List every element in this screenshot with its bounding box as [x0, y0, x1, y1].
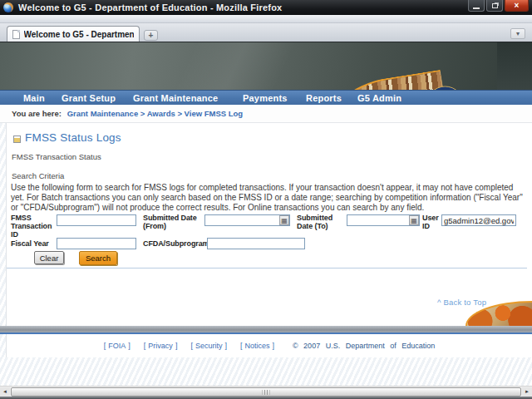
new-tab-button[interactable]: + [144, 30, 158, 41]
scrollbar-thumb[interactable] [11, 387, 521, 397]
nav-item-reports[interactable]: Reports [306, 91, 342, 106]
search-criteria-label: Search Criteria [12, 171, 64, 180]
fmss-transaction-id-label: FMSS Transaction ID [11, 214, 57, 239]
scroll-left-icon[interactable]: ◄ [0, 387, 10, 397]
section-bullet-icon [13, 135, 21, 143]
footer-link-group: [Privacy] [141, 342, 180, 350]
tab-label: Welcome to G5 - Departmen... [24, 30, 134, 39]
bracket: [ [190, 342, 193, 350]
page-title: FMSS Status Logs [25, 131, 121, 144]
submitted-date-from-label: Submitted Date (From) [143, 214, 204, 230]
nav-item-g5-admin[interactable]: G5 Admin [357, 91, 401, 106]
submitted-date-to-input[interactable] [347, 215, 409, 225]
banner-highlight [125, 42, 341, 90]
bracket: [ [240, 342, 243, 350]
submitted-date-from-field: ▦ [204, 214, 290, 226]
restore-icon [492, 3, 498, 8]
fmss-transaction-id-input[interactable] [57, 214, 136, 226]
submitted-date-from-input[interactable] [205, 215, 279, 225]
bracket: ] [224, 342, 227, 350]
form-divider [7, 268, 527, 268]
user-id-input[interactable] [441, 214, 516, 226]
scroll-right-icon[interactable]: ► [522, 387, 532, 397]
tab-bar: Welcome to G5 - Departmen... + ▾ [0, 23, 532, 42]
browser-window: Welcome to G5 - Department of Education … [0, 0, 532, 399]
page-icon [12, 30, 20, 39]
bracket: ] [175, 342, 178, 350]
footer-link-notices[interactable]: Notices [244, 342, 269, 350]
footer-link-foia[interactable]: FOIA [108, 342, 126, 350]
footer-link-group: [FOIA] [101, 342, 133, 350]
breadcrumb-path[interactable]: Grant Maintenance > Awards > View FMSS L… [67, 109, 244, 118]
footer-link-group: [Security] [188, 342, 229, 350]
minimize-button[interactable] [468, 0, 485, 12]
footer-link-privacy[interactable]: Privacy [148, 342, 173, 350]
close-button[interactable]: × [505, 0, 529, 12]
cfda-subprogram-input[interactable] [207, 238, 305, 249]
footer-blue-line [0, 332, 532, 334]
search-button[interactable]: Search [79, 251, 117, 265]
instructions-text: Use the following form to search for FMS… [11, 183, 527, 214]
bottom-edge-pattern [0, 357, 532, 386]
scrollbar-grip-icon [263, 390, 270, 395]
submitted-date-to-label: Submitted Date (To) [297, 214, 348, 230]
footer-link-security[interactable]: Security [195, 342, 223, 350]
window-controls: × [466, 0, 529, 12]
footer: [FOIA] [Privacy] [Security] [Notices] © … [0, 342, 532, 350]
bracket: ] [128, 342, 131, 350]
banner-dark-panel [497, 42, 532, 90]
breadcrumb: You are here: Grant Maintenance > Awards… [0, 105, 532, 123]
window-title: Welcome to G5 - Department of Education … [18, 2, 282, 12]
cfda-subprogram-label: CFDA/Subprogram [143, 239, 209, 248]
copyright-text: © 2007 U.S. Department of Education [293, 342, 435, 350]
back-to-top-link[interactable]: ^ Back to Top [437, 298, 486, 307]
firefox-icon [3, 2, 13, 12]
calendar-icon[interactable]: ▦ [279, 215, 289, 225]
bracket: ] [272, 342, 274, 350]
nav-item-grant-maintenance[interactable]: Grant Maintenance [133, 91, 218, 106]
calendar-icon[interactable]: ▦ [409, 215, 419, 225]
toolbar-strip [0, 15, 532, 23]
footer-gray-bar [0, 326, 532, 332]
bracket: [ [104, 342, 106, 350]
nav-item-main[interactable]: Main [23, 91, 45, 106]
breadcrumb-prefix: You are here: [12, 109, 62, 118]
fiscal-year-input[interactable] [57, 238, 136, 249]
tab-active[interactable]: Welcome to G5 - Departmen... [7, 26, 140, 42]
site-banner: 5 Empowering the grant community. [0, 42, 532, 90]
window-titlebar: Welcome to G5 - Department of Education … [0, 0, 532, 15]
minimize-icon [473, 7, 480, 9]
tab-list-button[interactable]: ▾ [510, 28, 525, 39]
restore-button[interactable] [486, 0, 503, 12]
clear-button[interactable]: Clear [34, 251, 64, 264]
footer-link-group: [Notices] [238, 342, 277, 350]
nav-item-payments[interactable]: Payments [243, 91, 288, 106]
main-nav: Main Grant Setup Grant Maintenance Payme… [0, 90, 532, 105]
horizontal-scrollbar[interactable]: ◄ ► [0, 386, 532, 397]
transaction-status-label: FMSS Transaction Status [12, 152, 101, 161]
fiscal-year-label: Fiscal Year [11, 239, 61, 248]
submitted-date-to-field: ▦ [347, 214, 420, 226]
nav-item-grant-setup[interactable]: Grant Setup [62, 91, 116, 106]
bracket: [ [144, 342, 146, 350]
